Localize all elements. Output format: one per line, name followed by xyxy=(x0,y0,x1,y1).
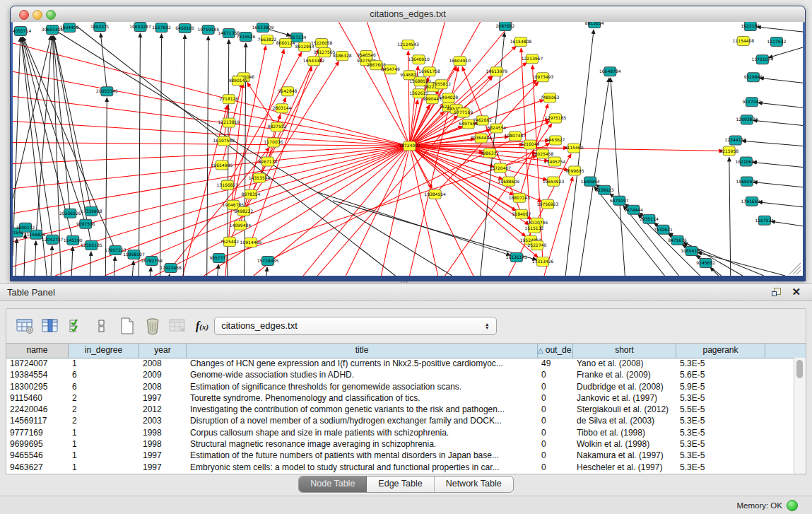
graph-node[interactable]: 7625402 xyxy=(220,237,239,246)
graph-node[interactable]: 15751074 xyxy=(752,55,774,64)
column-header-title[interactable]: title xyxy=(187,344,538,358)
graph-node[interactable]: 12124543 xyxy=(397,40,419,49)
graph-node[interactable]: 9857771 xyxy=(209,253,228,262)
tab-edge-table[interactable]: Edge Table xyxy=(367,477,434,492)
graph-node[interactable]: 15692971 xyxy=(736,177,758,186)
graph-node[interactable]: 9699695 xyxy=(565,166,584,175)
graph-node[interactable]: 1167531 xyxy=(755,216,774,225)
graph-node[interactable]: 10719145 xyxy=(197,25,219,35)
graph-node[interactable]: 15720407 xyxy=(490,163,512,173)
graph-node[interactable]: 9242848 xyxy=(278,87,298,96)
table-selector-dropdown[interactable]: citations_edges.txt ▲▼ xyxy=(214,317,497,335)
graph-node[interactable]: 9227342 xyxy=(742,98,761,107)
graph-node[interactable]: 1145190 xyxy=(64,235,83,245)
graph-node[interactable]: 19613979 xyxy=(486,67,508,76)
graph-node[interactable]: 2935114 xyxy=(640,214,659,223)
table-row[interactable]: 1456911722003Disruption of a novel membe… xyxy=(6,415,794,426)
scrollbar-thumb[interactable] xyxy=(796,360,803,378)
graph-node[interactable]: 8813054 xyxy=(585,22,604,28)
graph-node[interactable]: 12505185 xyxy=(81,240,102,250)
table-row[interactable]: 946554611997Estimation of the future num… xyxy=(6,450,794,461)
graph-node[interactable]: 15226058 xyxy=(311,39,333,48)
column-header-year[interactable]: year xyxy=(139,344,187,358)
graph-node[interactable]: 16210643 xyxy=(736,157,758,166)
resize-grip-icon[interactable] xyxy=(789,263,801,274)
graph-node[interactable]: 19654985 xyxy=(211,160,233,170)
graph-node[interactable]: 10654182 xyxy=(681,246,702,255)
graph-node[interactable]: 16154808 xyxy=(510,37,532,47)
graph-node[interactable]: 8454749 xyxy=(381,65,400,74)
graph-node[interactable]: 16033809 xyxy=(252,23,274,33)
graph-node[interactable]: 17313426 xyxy=(532,257,554,266)
graph-node[interactable]: 15718485 xyxy=(257,256,279,265)
graph-node[interactable]: 6497568 xyxy=(459,119,478,129)
graph-node[interactable]: 5824554 xyxy=(487,124,506,133)
graph-node[interactable]: 7485063 xyxy=(541,93,560,103)
graph-node[interactable]: 13640910 xyxy=(408,55,430,64)
graph-node[interactable]: 9115460 xyxy=(565,144,584,153)
graph-node[interactable]: 17916504 xyxy=(741,197,763,206)
graph-node[interactable]: 9777169 xyxy=(454,108,473,117)
function-builder-icon[interactable]: f(x) xyxy=(196,320,208,332)
graph-node[interactable]: 1922185 xyxy=(741,22,760,31)
graph-node[interactable]: 1117532 xyxy=(767,37,787,47)
table-row[interactable]: 977716911998Corpus callosum shape and si… xyxy=(6,427,794,438)
table-options-icon[interactable] xyxy=(15,315,36,337)
table-row[interactable]: 1830029562008Estimation of significance … xyxy=(6,381,794,392)
graph-node[interactable]: 8267130 xyxy=(259,157,278,166)
graph-node[interactable]: 20206526 xyxy=(59,209,81,218)
graph-node[interactable]: 6479197 xyxy=(610,196,629,205)
network-view[interactable]: 1872400714055714306914061934406189337110… xyxy=(13,22,803,276)
close-panel-icon[interactable]: ✕ xyxy=(792,286,801,298)
vertical-scrollbar[interactable] xyxy=(794,358,806,474)
table-row[interactable]: 969969511998Structural magnetic resonanc… xyxy=(6,438,794,450)
graph-node[interactable]: 1640954 xyxy=(581,177,600,186)
float-panel-icon[interactable] xyxy=(772,288,781,296)
graph-node[interactable]: 10807487 xyxy=(505,132,526,141)
graph-node[interactable]: 16648784 xyxy=(599,67,621,76)
graph-node[interactable]: 12213819 xyxy=(218,118,240,127)
graph-node[interactable]: 16543362 xyxy=(303,57,325,66)
graph-node[interactable]: 16782759 xyxy=(141,256,163,265)
graph-node[interactable]: 8498222 xyxy=(235,206,254,216)
graph-node[interactable]: 9245652 xyxy=(696,258,715,267)
graph-node[interactable]: 7515526 xyxy=(237,33,256,42)
column-header-pagerank[interactable]: pagerank xyxy=(676,344,765,358)
graph-node[interactable]: 16136141 xyxy=(506,252,528,262)
column-header-in_degree[interactable]: in_degree xyxy=(69,344,139,358)
memory-status-icon[interactable] xyxy=(787,500,798,511)
table-row[interactable]: 2242004622012Investigating the contribut… xyxy=(6,404,794,415)
graph-node[interactable]: 18807243 xyxy=(509,193,531,202)
table-row[interactable]: 911546021997Tourette syndrome. Phenomeno… xyxy=(6,392,794,404)
table-row[interactable]: 946362711997Embryonic stem cells: a mode… xyxy=(6,462,794,473)
graph-node[interactable]: 9338923 xyxy=(595,185,614,194)
graph-node[interactable]: 12213967 xyxy=(522,54,543,64)
graph-node[interactable]: 12093832 xyxy=(736,115,758,124)
graph-node[interactable]: 10653287 xyxy=(129,23,151,32)
graph-node[interactable]: 8186328 xyxy=(333,52,352,61)
graph-node[interactable]: 7663822 xyxy=(258,35,277,45)
tab-node-table[interactable]: Node Table xyxy=(299,477,367,492)
row-mode-icon[interactable] xyxy=(91,315,112,337)
graph-node[interactable]: 9890145 xyxy=(228,76,247,86)
show-column-icon[interactable] xyxy=(40,315,61,337)
graph-node[interactable]: 6460160 xyxy=(175,24,194,33)
graph-node[interactable]: 9329946 xyxy=(743,73,763,82)
column-header-out_de[interactable]: △out_de... xyxy=(538,344,573,358)
graph-node[interactable]: 17339928 xyxy=(81,206,102,216)
graph-node[interactable]: 10973493 xyxy=(532,73,554,82)
graph-node[interactable]: 14055714 xyxy=(13,27,31,36)
graph-node[interactable]: 20053346 xyxy=(96,87,118,96)
table-row[interactable]: 1872400712008Changes of HCN gene express… xyxy=(6,358,794,369)
delete-column-icon[interactable] xyxy=(142,315,163,337)
create-column-icon[interactable] xyxy=(117,315,138,337)
graph-node[interactable]: 6494028 xyxy=(439,93,458,103)
graph-node[interactable]: 13495754 xyxy=(544,157,566,166)
graph-node[interactable]: 16604910 xyxy=(449,57,471,66)
graph-node[interactable]: 8471676 xyxy=(668,235,687,245)
graph-node[interactable]: 1893371 xyxy=(90,23,110,32)
window-titlebar[interactable]: citations_edges.txt xyxy=(11,6,805,23)
graph-node[interactable]: 8215958 xyxy=(719,146,739,156)
graph-node[interactable]: 8878354 xyxy=(242,189,261,199)
graph-node[interactable]: 19654923 xyxy=(543,177,565,186)
